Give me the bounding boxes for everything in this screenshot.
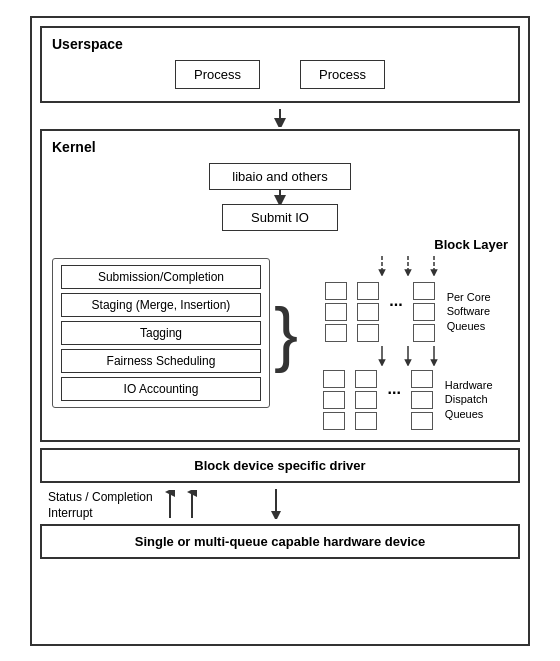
sq-cell [413, 282, 435, 300]
down-arrow-driver [269, 489, 283, 522]
arrow-down-svg [260, 109, 300, 127]
kernel-top-row: libaio and others Submit IO [52, 163, 508, 231]
hq-cell [355, 370, 377, 388]
sq-dots: ... [389, 292, 402, 310]
left-panel: Submission/Completion Staging (Merge, In… [52, 258, 270, 408]
hq-cell [411, 412, 433, 430]
status-text-block: Status / Completion Interrupt [48, 490, 153, 520]
hq-col-1 [323, 370, 345, 430]
sq-col-2 [357, 282, 379, 342]
left-item-1: Staging (Merge, Insertion) [61, 293, 261, 317]
down-arrow-svg [269, 489, 283, 519]
hq-cell [323, 412, 345, 430]
hq-col-3 [411, 370, 433, 430]
hq-cell [355, 412, 377, 430]
sq-cell [325, 303, 347, 321]
left-item-3: Fairness Scheduling [61, 349, 261, 373]
sq-cell [357, 324, 379, 342]
submit-io-box: Submit IO [222, 204, 338, 231]
userspace-label: Userspace [52, 36, 508, 52]
mq-arrow-1 [376, 346, 388, 366]
up-arrows [163, 490, 199, 520]
hq-cell [323, 370, 345, 388]
libaio-box: libaio and others [209, 163, 350, 190]
hq-cell [411, 370, 433, 388]
kernel-content: Submission/Completion Staging (Merge, In… [52, 237, 508, 430]
hardware-section: Single or multi-queue capable hardware d… [40, 524, 520, 559]
sq-cell [325, 282, 347, 300]
arrow-userspace-to-kernel [40, 109, 520, 127]
left-item-0: Submission/Completion [61, 265, 261, 289]
q-arrow-3 [428, 256, 440, 276]
left-item-2: Tagging [61, 321, 261, 345]
hq-cell [355, 391, 377, 409]
hq-cell [323, 391, 345, 409]
userspace-section: Userspace Process Process [40, 26, 520, 103]
sq-col-1 [325, 282, 347, 342]
hardware-queues: ... HardwareDispatchQueues [323, 370, 492, 430]
sq-cell [413, 324, 435, 342]
up-arrow-1 [163, 490, 177, 520]
sq-cell [325, 324, 347, 342]
diagram: Userspace Process Process Kernel libaio … [30, 16, 530, 646]
q-arrow-2 [402, 256, 414, 276]
queues-area: ... Per CoreSoftwareQueues [308, 256, 508, 430]
sq-col-3 [413, 282, 435, 342]
kernel-label: Kernel [52, 139, 508, 155]
hq-dots: ... [387, 380, 400, 398]
block-layer-label: Block Layer [434, 237, 508, 252]
left-item-4: IO Accounting [61, 377, 261, 401]
q-arrow-1 [376, 256, 388, 276]
top-queue-arrows [376, 256, 440, 276]
sq-cell [413, 303, 435, 321]
mid-arrows [376, 346, 440, 366]
userspace-processes: Process Process [52, 60, 508, 89]
right-side: Block Layer [308, 237, 508, 430]
kernel-section: Kernel libaio and others Submit IO Submi… [40, 129, 520, 442]
sq-cell [357, 303, 379, 321]
interrupt-text: Interrupt [48, 506, 153, 520]
mq-arrow-2 [402, 346, 414, 366]
driver-section: Block device specific driver [40, 448, 520, 483]
arrow-libaio-submit [270, 190, 290, 204]
hw-dispatch-label: HardwareDispatchQueues [445, 378, 493, 421]
process2-box: Process [300, 60, 385, 89]
process1-box: Process [175, 60, 260, 89]
brace-right: } [274, 297, 298, 369]
status-area: Status / Completion Interrupt [40, 487, 520, 524]
status-completion-text: Status / Completion [48, 490, 153, 504]
hq-col-2 [355, 370, 377, 430]
software-queues: ... Per CoreSoftwareQueues [325, 282, 490, 342]
left-block: Submission/Completion Staging (Merge, In… [52, 237, 302, 430]
per-core-label: Per CoreSoftwareQueues [447, 290, 491, 333]
sq-cell [357, 282, 379, 300]
hq-cell [411, 391, 433, 409]
up-arrow-2 [185, 490, 199, 520]
mq-arrow-3 [428, 346, 440, 366]
